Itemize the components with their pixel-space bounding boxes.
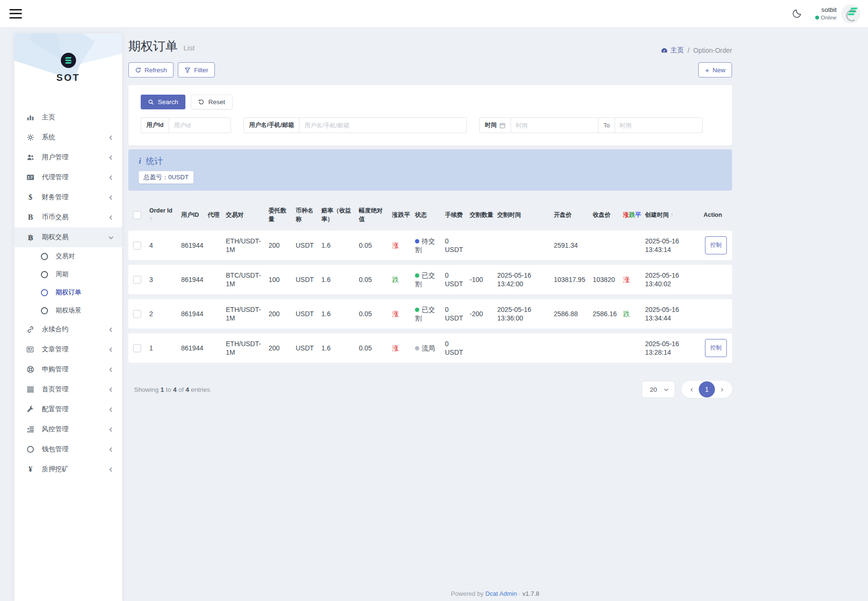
chevron-left-icon (108, 387, 114, 392)
refresh-button[interactable]: Refresh (128, 62, 174, 78)
column-header-direction: 涨跌平 (392, 211, 415, 219)
control-button[interactable]: 控制 (705, 339, 727, 357)
sidebar-item-subscription[interactable]: 申购管理 (14, 359, 122, 379)
sidebar-item-wallet[interactable]: 钱包管理 (14, 439, 122, 459)
cell-settle_time: 2025-05-16 13:36:00 (497, 305, 554, 322)
new-button[interactable]: + New (698, 62, 732, 78)
time-to-input[interactable] (615, 118, 702, 133)
search-button[interactable]: Search (141, 95, 185, 109)
user-id-input[interactable] (169, 118, 231, 133)
user-name-label: 用户名/手机/邮箱 (244, 118, 299, 133)
sidebar-item-finance[interactable]: $财务管理 (14, 187, 122, 207)
hamburger-menu-button[interactable] (10, 9, 22, 19)
page-size-select[interactable]: 20 (642, 381, 675, 398)
row-checkbox[interactable] (133, 242, 141, 250)
sidebar-item-articles[interactable]: 文章管理 (14, 339, 122, 359)
row-checkbox[interactable] (133, 310, 141, 318)
breadcrumb-home-link[interactable]: 主页 (661, 46, 684, 55)
footer-credits: Powered by Dcat Admin · v1.7.8 (122, 590, 868, 597)
reset-button[interactable]: Reset (191, 95, 232, 109)
sort-asc-icon[interactable]: ↑ (670, 212, 673, 218)
colored-header-char: 平 (635, 212, 641, 218)
column-header-order_id[interactable]: Order Id↑ (149, 206, 181, 223)
cell-amount: 200 (269, 241, 296, 250)
status-dot-icon (415, 308, 419, 312)
cell-action: 控制 (704, 236, 732, 254)
cell-status: 流局 (415, 344, 445, 352)
control-button[interactable]: 控制 (705, 236, 727, 254)
chevron-left-icon (108, 135, 114, 140)
row-checkbox[interactable] (133, 344, 141, 352)
column-header-open_price: 开盘价 (554, 211, 593, 219)
sidebar-item-users[interactable]: 用户管理 (14, 147, 122, 167)
next-page-button[interactable]: › (715, 385, 729, 394)
cell-open_price: 103817.95 (554, 275, 593, 284)
column-header-odds: 赔率（收益率） (321, 206, 359, 223)
sidebar-item-perpetual[interactable]: 永续合约 (14, 320, 122, 339)
column-header-pair: 交易对 (226, 211, 269, 219)
user-menu[interactable]: sotbit Online (815, 4, 860, 23)
sidebar-subitem-pairs[interactable]: 交易对 (14, 247, 122, 265)
cell-close_price: 2586.16 (593, 310, 623, 318)
sidebar-item-options-trade[interactable]: ฿期权交易 (14, 227, 122, 247)
top-navbar: sotbit Online (0, 0, 868, 28)
cell-order_id: 3 (149, 275, 181, 284)
dcat-admin-link[interactable]: Dcat Admin (485, 590, 517, 597)
refresh-icon (135, 67, 141, 73)
cell-fee: 0 USDT (445, 237, 470, 254)
sidebar-item-risk[interactable]: 风控管理 (14, 419, 122, 439)
life-ring-icon (26, 366, 35, 373)
breadcrumb-separator: / (687, 47, 689, 54)
chevron-left-icon (108, 467, 114, 472)
sidebar-item-agents[interactable]: 代理管理 (14, 167, 122, 187)
sidebar-item-label: 质押挖矿 (42, 465, 108, 474)
chevron-left-icon (108, 447, 114, 452)
sidebar-item-homepage[interactable]: 首页管理 (14, 379, 122, 399)
column-header-amount: 委托数量 (269, 206, 296, 223)
cell-amount: 200 (269, 344, 296, 352)
dollar-icon: $ (26, 193, 35, 202)
chevron-down-icon (664, 387, 669, 392)
entries-summary: Showing 1 to 4 of 4 entries (128, 386, 210, 393)
cell-pair: ETH/USDT-1M (226, 339, 269, 357)
user-name-input[interactable] (299, 118, 466, 133)
time-from-input[interactable] (511, 118, 598, 133)
column-header-user_id: 用户ID (181, 211, 208, 219)
cell-user_id: 861944 (181, 241, 208, 250)
cell-amplitude: 0.05 (359, 275, 392, 284)
sidebar-item-system[interactable]: 系统 (14, 127, 122, 147)
cell-coin: USDT (296, 310, 321, 318)
select-all-checkbox[interactable] (133, 211, 141, 219)
sidebar-item-home[interactable]: 主页 (14, 107, 122, 127)
current-page-button[interactable]: 1 (699, 381, 715, 397)
dark-mode-toggle[interactable] (792, 8, 803, 20)
cell-status: 待交割 (415, 237, 445, 254)
filter-button[interactable]: Filter (178, 62, 215, 78)
calendar-icon (500, 123, 505, 128)
chevron-left-icon (108, 347, 114, 352)
sidebar-subitem-periods[interactable]: 周期 (14, 265, 122, 283)
user-name: sotbit (815, 6, 837, 14)
sidebar-item-spot-trade[interactable]: B币币交易 (14, 207, 122, 227)
column-header-created_at[interactable]: 创建时间 ↑ (645, 211, 704, 219)
sidebar-item-staking[interactable]: ¥质押挖矿 (14, 459, 122, 479)
sidebar-subitem-option-scenes[interactable]: 期权场景 (14, 301, 122, 320)
previous-page-button[interactable]: ‹ (685, 385, 699, 394)
chevron-left-icon (108, 367, 114, 372)
cell-direction: 涨 (392, 310, 415, 318)
row-checkbox[interactable] (133, 276, 141, 284)
brand-logo-icon (60, 52, 77, 70)
cell-user_id: 861944 (181, 344, 208, 352)
sidebar-item-label: 申购管理 (42, 365, 108, 374)
cell-result: 涨 (623, 275, 645, 284)
cell-pair: ETH/USDT-1M (226, 305, 269, 322)
colored-header-char: 涨 (623, 212, 629, 218)
link-icon (26, 326, 35, 333)
table-row: 1861944ETH/USDT-1M200USDT1.60.05涨流局0 USD… (128, 333, 732, 363)
status-dot-icon (415, 239, 419, 243)
sidebar-subitem-option-orders[interactable]: 期权订单 (14, 283, 122, 301)
status-text: 流局 (422, 344, 435, 352)
sidebar-item-config[interactable]: 配置管理 (14, 399, 122, 419)
sort-asc-icon[interactable]: ↑ (149, 215, 177, 223)
id-card-icon (26, 174, 35, 181)
